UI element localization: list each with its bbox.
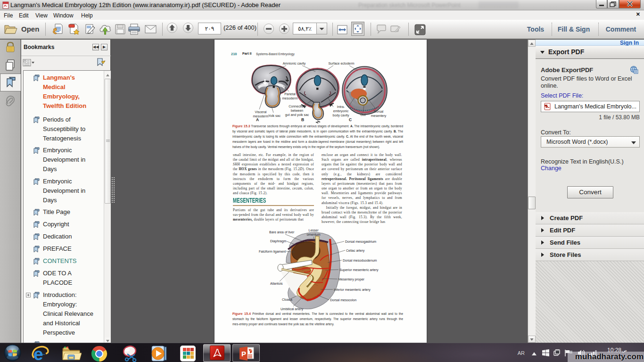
svg-text:Falciform ligament: Falciform ligament (259, 250, 286, 254)
svg-text:Visceral: Visceral (255, 110, 267, 114)
svg-text:Bare area of liver: Bare area of liver (269, 230, 295, 234)
svg-text:Amnionic cavity: Amnionic cavity (283, 62, 306, 66)
svg-text:Dorsal mesogastrium: Dorsal mesogastrium (345, 240, 376, 244)
svg-text:embryonic: embryonic (333, 109, 349, 113)
svg-text:mesoderm: mesoderm (282, 97, 297, 100)
svg-text:Dorsal mesoduodenum: Dorsal mesoduodenum (343, 259, 377, 262)
svg-text:omentum: omentum (306, 233, 320, 236)
svg-text:Surface ectoderm: Surface ectoderm (328, 62, 354, 65)
svg-text:P: P (241, 350, 246, 358)
svg-text:Inferior mesenteric artery: Inferior mesenteric artery (334, 288, 371, 292)
svg-text:Dorsal: Dorsal (374, 110, 384, 113)
svg-text:Gut: Gut (360, 113, 365, 116)
svg-text:Dorsal mesocolon: Dorsal mesocolon (330, 298, 356, 302)
svg-text:A: A (256, 117, 259, 122)
svg-text:Intra-: Intra- (337, 105, 345, 108)
svg-text:mesoderm: mesoderm (253, 115, 268, 118)
svg-text:Umbilical artery: Umbilical artery (281, 307, 304, 311)
svg-text:Parietal: Parietal (284, 92, 296, 96)
svg-text:Yolk sac: Yolk sac (268, 114, 281, 117)
svg-text:mesentery: mesentery (371, 114, 387, 118)
svg-text:Cloaca: Cloaca (282, 298, 292, 301)
svg-text:between: between (291, 109, 304, 112)
svg-text:C: C (349, 117, 352, 122)
svg-text:Lesser: Lesser (308, 229, 319, 232)
svg-text:Allantois: Allantois (270, 282, 283, 285)
svg-text:B: B (301, 117, 304, 122)
svg-text:Mesentery proper: Mesentery proper (339, 278, 365, 281)
svg-text:gut and yolk sac: gut and yolk sac (285, 113, 309, 117)
svg-text:e: e (33, 345, 43, 362)
svg-text:Connection: Connection (289, 105, 305, 108)
svg-text:body cavity: body cavity (332, 114, 349, 117)
svg-text:Superior mesenteric artery: Superior mesenteric artery (339, 268, 379, 272)
svg-text:Diaphragm: Diaphragm (270, 239, 286, 243)
svg-text:Celiac artery: Celiac artery (346, 249, 365, 253)
